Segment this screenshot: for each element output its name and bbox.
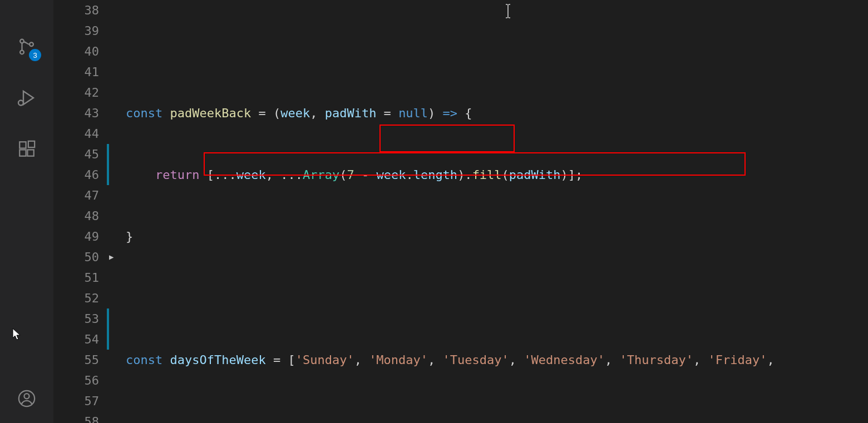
line-number: 46: [53, 165, 99, 185]
diff-change-marker: [107, 308, 109, 350]
svg-rect-6: [19, 150, 26, 156]
scm-badge: 3: [29, 49, 41, 61]
svg-rect-7: [27, 150, 33, 156]
code-editor[interactable]: 38 39 40 41 42 43 44 45 46 47 48 49 50 5…: [53, 0, 868, 423]
code-content[interactable]: const padWeekBack = (week, padWith = nul…: [126, 0, 868, 423]
source-control-icon[interactable]: 3: [13, 33, 40, 60]
line-number: 47: [53, 185, 99, 206]
extensions-icon[interactable]: [13, 136, 40, 162]
svg-marker-3: [23, 91, 33, 104]
svg-point-4: [18, 101, 23, 106]
svg-point-2: [29, 42, 33, 46]
line-number: 45: [53, 144, 99, 165]
line-number: 53: [53, 308, 99, 329]
line-number-gutter: 38 39 40 41 42 43 44 45 46 47 48 49 50 5…: [53, 0, 109, 423]
svg-point-1: [20, 51, 24, 54]
diff-change-marker: [107, 144, 109, 185]
line-number: 38: [53, 0, 99, 21]
svg-rect-5: [19, 142, 26, 148]
line-number: 43: [53, 103, 99, 123]
line-number: 39: [53, 21, 99, 41]
activity-bar: 3: [0, 0, 53, 423]
line-number: 57: [53, 391, 99, 411]
fold-arrow-icon[interactable]: ▶: [109, 252, 114, 261]
line-number: 41: [53, 62, 99, 82]
line-number: 44: [53, 123, 99, 144]
run-debug-icon[interactable]: [13, 84, 40, 111]
svg-point-0: [20, 39, 24, 43]
line-number: 51: [53, 267, 99, 288]
svg-point-10: [24, 394, 29, 399]
line-number: 54: [53, 329, 99, 350]
line-number: 42: [53, 82, 99, 103]
line-number: 49: [53, 226, 99, 247]
line-number: 50: [53, 247, 99, 267]
accounts-icon[interactable]: [13, 385, 40, 412]
line-number: 55: [53, 350, 99, 370]
svg-rect-8: [28, 141, 34, 147]
line-number: 52: [53, 288, 99, 308]
line-number: 58: [53, 411, 99, 423]
line-number: 40: [53, 41, 99, 62]
line-number: 56: [53, 370, 99, 391]
line-number: 48: [53, 206, 99, 226]
